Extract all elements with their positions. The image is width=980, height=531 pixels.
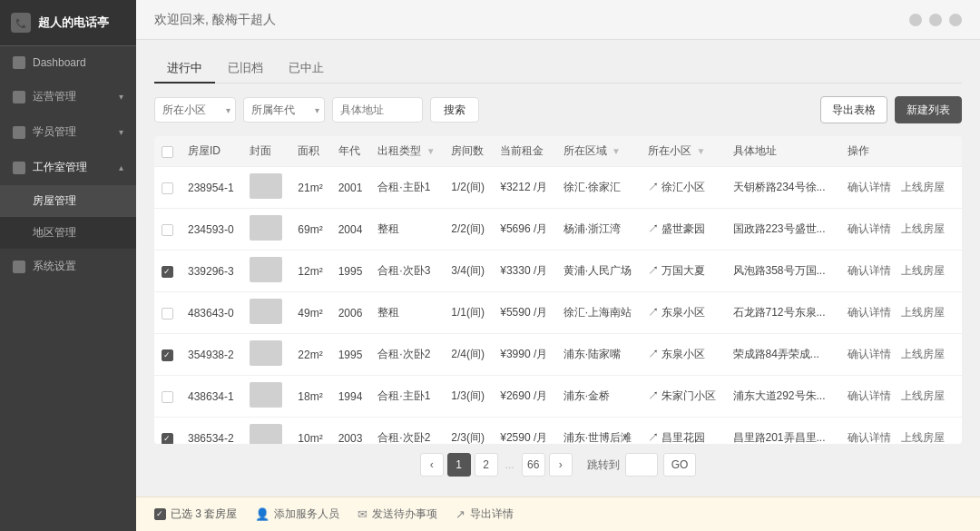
new-list-button[interactable]: 新建列表 — [895, 96, 962, 123]
row-rooms: 2/2(间) — [444, 209, 493, 251]
go-button[interactable]: GO — [663, 453, 697, 477]
rent-type-filter-icon[interactable]: ▼ — [426, 146, 436, 156]
send-todo-item[interactable]: ✉ 发送待办事项 — [358, 506, 437, 522]
tab-ongoing[interactable]: 进行中 — [154, 54, 215, 84]
online-room-link-4[interactable]: 上线房屋 — [901, 348, 945, 360]
confirm-detail-link-6[interactable]: 确认详情 — [848, 431, 891, 444]
community-filter-icon[interactable]: ▼ — [696, 146, 705, 156]
sidebar-item-students[interactable]: 学员管理 ▾ — [0, 114, 136, 150]
prev-page-button[interactable]: ‹ — [420, 453, 444, 477]
row-cover — [242, 334, 290, 376]
cover-thumbnail-1 — [250, 215, 282, 241]
row-district: 浦东·金桥 — [556, 376, 641, 418]
row-address: 浦东大道292号朱... — [726, 376, 840, 418]
online-room-link-6[interactable]: 上线房屋 — [901, 431, 945, 444]
row-address: 国政路223号盛世... — [726, 209, 840, 251]
maximize-button[interactable] — [929, 14, 942, 26]
export-detail-item[interactable]: ↗ 导出详情 — [456, 506, 514, 522]
sidebar-item-system[interactable]: 系统设置 — [0, 249, 136, 284]
row-checkbox-2[interactable] — [162, 266, 173, 278]
row-checkbox-1[interactable] — [162, 224, 173, 236]
online-room-link-2[interactable]: 上线房屋 — [901, 264, 945, 277]
cover-thumbnail-3 — [250, 299, 282, 324]
sidebar-item-operations[interactable]: 运营管理 ▾ — [0, 79, 136, 114]
row-district: 浦东·陆家嘴 — [556, 334, 641, 376]
online-room-link-5[interactable]: 上线房屋 — [901, 389, 945, 402]
confirm-detail-link-2[interactable]: 确认详情 — [848, 264, 891, 277]
header-rent: 当前租金 — [493, 136, 556, 167]
page-dots: ... — [502, 458, 518, 471]
row-rent: ¥3990 /月 — [493, 334, 556, 376]
row-actions: 确认详情 上线房屋 — [840, 292, 962, 334]
row-address: 风泡路358号万国... — [726, 251, 840, 292]
row-checkbox-0[interactable] — [162, 182, 173, 194]
row-actions: 确认详情 上线房屋 — [840, 376, 962, 418]
page-2-button[interactable]: 2 — [475, 453, 498, 477]
row-district: 徐汇·上海南站 — [556, 292, 641, 334]
sidebar-item-dashboard[interactable]: Dashboard — [0, 46, 136, 79]
minimize-button[interactable] — [909, 14, 922, 26]
row-checkbox-cell — [154, 167, 181, 209]
page-66-button[interactable]: 66 — [522, 453, 545, 477]
online-room-link-1[interactable]: 上线房屋 — [901, 222, 945, 235]
row-checkbox-5[interactable] — [162, 391, 173, 403]
close-button[interactable] — [949, 14, 962, 26]
header-address: 具体地址 — [726, 136, 840, 167]
tab-archived[interactable]: 已旧档 — [215, 54, 276, 84]
main-content: 欢迎回来, 酸梅干超人 进行中 已旧档 已中止 所在小区 所属年代 — [136, 0, 980, 531]
row-rooms: 3/4(间) — [444, 251, 493, 292]
community-filter[interactable]: 所在小区 — [154, 97, 236, 123]
confirm-detail-link-1[interactable]: 确认详情 — [848, 222, 891, 235]
students-icon — [13, 126, 25, 139]
online-room-link-3[interactable]: 上线房屋 — [901, 306, 945, 319]
header-actions: 操作 — [840, 136, 962, 167]
add-service-item[interactable]: 👤 添加服务人员 — [255, 506, 339, 522]
confirm-detail-link-4[interactable]: 确认详情 — [848, 348, 891, 360]
row-rent-type: 合租·次卧2 — [370, 418, 444, 445]
online-room-link-0[interactable]: 上线房屋 — [901, 181, 945, 193]
confirm-detail-link-0[interactable]: 确认详情 — [848, 181, 891, 193]
chevron-down-icon: ▾ — [119, 92, 123, 102]
tab-stopped[interactable]: 已中止 — [276, 54, 337, 84]
row-checkbox-6[interactable] — [162, 433, 173, 444]
row-checkbox-cell — [154, 292, 181, 334]
address-filter[interactable] — [332, 97, 423, 123]
row-cover — [242, 418, 290, 445]
workspace-submenu: 房屋管理 地区管理 — [0, 185, 136, 249]
header-year: 年代 — [331, 136, 371, 167]
sidebar-item-workspace[interactable]: 工作室管理 ▴ — [0, 150, 136, 185]
sidebar-item-area-mgmt[interactable]: 地区管理 — [0, 217, 136, 249]
page-1-button[interactable]: 1 — [447, 453, 471, 477]
search-button[interactable]: 搜索 — [430, 97, 479, 123]
year-filter-wrap: 所属年代 — [243, 97, 325, 123]
row-actions: 确认详情 上线房屋 — [840, 167, 962, 209]
sidebar-item-label: 运营管理 — [33, 89, 76, 104]
row-address: 荣成路84弄荣成... — [726, 334, 840, 376]
year-filter[interactable]: 所属年代 — [243, 97, 325, 123]
window-controls — [909, 14, 962, 26]
row-checkbox-4[interactable] — [162, 349, 173, 361]
export-button[interactable]: 导出表格 — [820, 96, 887, 123]
cover-thumbnail-6 — [250, 424, 282, 444]
select-all-checkbox[interactable] — [162, 146, 173, 158]
row-checkbox-cell — [154, 376, 181, 418]
district-filter-icon[interactable]: ▼ — [612, 146, 621, 156]
send-icon: ✉ — [358, 507, 368, 521]
row-community: ↗ 昌里花园 — [641, 418, 725, 445]
confirm-detail-link-5[interactable]: 确认详情 — [848, 389, 891, 402]
row-checkbox-3[interactable] — [162, 308, 173, 320]
confirm-detail-link-3[interactable]: 确认详情 — [848, 306, 891, 319]
row-cover — [242, 251, 290, 292]
row-address: 石龙路712号东泉... — [726, 292, 840, 334]
table-row: 238954-1 21m² 2001 合租·主卧1 1/2(间) ¥3212 /… — [154, 167, 962, 209]
row-room-id: 386534-2 — [181, 418, 242, 445]
sidebar-item-label: 工作室管理 — [33, 160, 87, 175]
row-area: 21m² — [290, 167, 330, 209]
sidebar-item-room-mgmt[interactable]: 房屋管理 — [0, 185, 136, 217]
bottom-action-bar: 已选 3 套房屋 👤 添加服务人员 ✉ 发送待办事项 ↗ 导出详情 — [136, 497, 980, 531]
next-page-button[interactable]: › — [549, 453, 573, 477]
page-jump-input[interactable] — [625, 453, 658, 477]
row-area: 18m² — [290, 376, 330, 418]
community-filter-wrap: 所在小区 — [154, 97, 236, 123]
row-year: 2001 — [331, 167, 371, 209]
